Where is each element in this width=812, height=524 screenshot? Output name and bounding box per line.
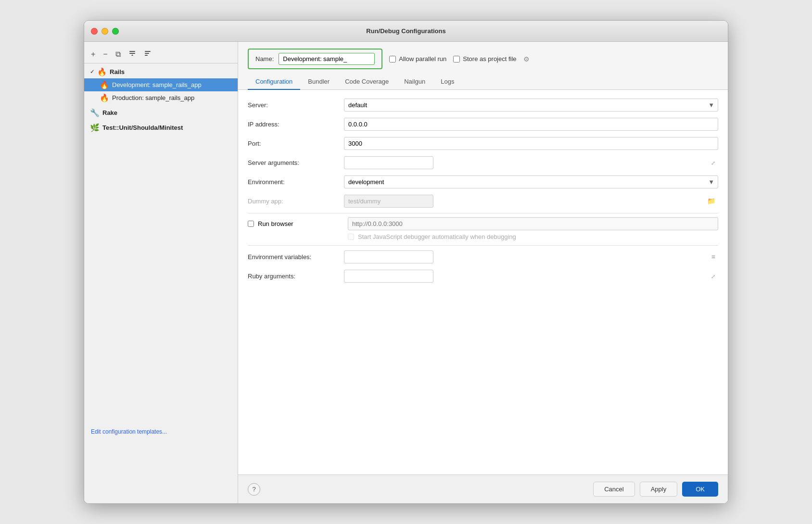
sidebar-item-label: Production: sample_rails_app xyxy=(112,94,194,101)
maximize-button[interactable] xyxy=(112,28,119,35)
env-vars-input[interactable] xyxy=(344,250,433,263)
sidebar-item-rake[interactable]: 🔧 Rake xyxy=(84,106,238,119)
server-args-wrapper: ⤢ xyxy=(344,156,718,169)
edit-templates-link[interactable]: Edit configuration templates... xyxy=(84,423,238,441)
environment-label: Environment: xyxy=(248,178,344,186)
config-area: Server: default ▼ IP address: Port: xyxy=(238,90,728,474)
server-label: Server: xyxy=(248,101,344,109)
port-row: Port: xyxy=(248,136,718,150)
add-config-button[interactable]: + xyxy=(89,49,97,60)
ip-label: IP address: xyxy=(248,121,344,128)
store-project-label[interactable]: Store as project file xyxy=(453,55,516,62)
right-panel: Name: Allow parallel run Store as projec… xyxy=(238,42,728,503)
titlebar: Run/Debug Configurations xyxy=(84,21,728,42)
sidebar: + − ⧉ ✓ 🔥 Rails 🔥 Development: sample_ra… xyxy=(84,42,238,503)
run-browser-label: Run browser xyxy=(258,220,293,227)
name-row: Name: Allow parallel run Store as projec… xyxy=(238,42,728,74)
environment-select[interactable]: development xyxy=(344,175,718,188)
footer-left: ? xyxy=(248,483,260,496)
environment-row: Environment: development ▼ xyxy=(248,175,718,189)
browser-url-input[interactable] xyxy=(348,217,718,230)
run-browser-checkbox[interactable] xyxy=(248,221,254,227)
sidebar-item-label: Development: sample_rails_app xyxy=(112,81,202,88)
ruby-args-wrapper: ⤢ xyxy=(344,270,718,283)
allow-parallel-checkbox[interactable] xyxy=(389,56,396,62)
copy-config-button[interactable]: ⧉ xyxy=(114,49,123,60)
server-args-input[interactable] xyxy=(344,156,433,169)
cancel-button[interactable]: Cancel xyxy=(593,482,634,497)
prod-rails-icon: 🔥 xyxy=(100,93,109,102)
dummy-app-wrapper: 📁 xyxy=(344,195,718,208)
name-label: Name: xyxy=(255,55,274,62)
svg-marker-2 xyxy=(131,54,133,56)
rake-icon: 🔧 xyxy=(90,108,100,117)
help-button[interactable]: ? xyxy=(248,483,260,496)
gear-icon[interactable]: ⚙ xyxy=(523,55,530,63)
window-title: Run/Debug Configurations xyxy=(366,27,445,35)
sidebar-item-dev-sample[interactable]: 🔥 Development: sample_rails_app xyxy=(84,78,238,91)
sidebar-item-prod-sample[interactable]: 🔥 Production: sample_rails_app xyxy=(84,91,238,104)
tabs-bar: Configuration Bundler Code Coverage Nail… xyxy=(238,74,728,90)
env-vars-wrapper: ≡ xyxy=(344,250,718,263)
env-vars-row: Environment variables: ≡ xyxy=(248,250,718,264)
rails-icon: 🔥 xyxy=(97,67,107,76)
sidebar-item-test[interactable]: 🌿 Test::Unit/Shoulda/Minitest xyxy=(84,121,238,134)
sidebar-item-label: Rake xyxy=(102,109,117,116)
dummy-app-label: Dummy app: xyxy=(248,198,344,205)
ruby-args-input[interactable] xyxy=(344,270,433,283)
port-input[interactable] xyxy=(344,137,718,150)
store-project-checkbox[interactable] xyxy=(453,56,460,62)
server-select-wrapper: default ▼ xyxy=(344,99,718,112)
server-row: Server: default ▼ xyxy=(248,98,718,112)
ok-button[interactable]: OK xyxy=(682,482,718,497)
apply-button[interactable]: Apply xyxy=(640,482,678,497)
sidebar-item-label: Test::Unit/Shoulda/Minitest xyxy=(102,124,183,131)
allow-parallel-label[interactable]: Allow parallel run xyxy=(389,55,446,62)
server-args-label: Server arguments: xyxy=(248,159,344,166)
footer: ? Cancel Apply OK xyxy=(238,474,728,503)
js-debugger-label[interactable]: Start JavaScript debugger automatically … xyxy=(348,233,516,240)
name-box: Name: xyxy=(248,49,382,69)
test-icon: 🌿 xyxy=(90,123,100,132)
env-vars-label: Environment variables: xyxy=(248,253,344,261)
sidebar-item-label: Rails xyxy=(110,68,125,75)
port-label: Port: xyxy=(248,140,344,147)
folder-icon: 📁 xyxy=(707,197,715,205)
minimize-button[interactable] xyxy=(102,28,108,35)
tab-configuration[interactable]: Configuration xyxy=(248,74,300,90)
remove-config-button[interactable]: − xyxy=(101,49,109,60)
run-browser-row: Run browser xyxy=(248,217,718,230)
window-controls xyxy=(91,28,119,35)
ip-input[interactable] xyxy=(344,118,718,131)
environment-select-wrapper: development ▼ xyxy=(344,175,718,188)
section-divider-2 xyxy=(248,245,718,246)
js-debugger-checkbox[interactable] xyxy=(348,234,354,240)
svg-rect-1 xyxy=(129,53,135,54)
sort-config-button[interactable] xyxy=(142,49,153,60)
svg-rect-5 xyxy=(145,55,148,56)
ruby-args-row: Ruby arguments: ⤢ xyxy=(248,269,718,283)
dummy-app-row: Dummy app: 📁 xyxy=(248,194,718,208)
tab-nailgun[interactable]: Nailgun xyxy=(396,74,433,90)
dummy-app-input xyxy=(344,195,433,208)
dev-rails-icon: 🔥 xyxy=(100,80,109,89)
tab-logs[interactable]: Logs xyxy=(433,74,462,90)
name-input[interactable] xyxy=(279,53,375,65)
server-args-row: Server arguments: ⤢ xyxy=(248,155,718,170)
js-debugger-row: Start JavaScript debugger automatically … xyxy=(248,233,718,240)
server-select[interactable]: default xyxy=(344,99,718,112)
ruby-expand-icon: ⤢ xyxy=(711,274,715,280)
move-config-button[interactable] xyxy=(127,49,138,60)
svg-rect-4 xyxy=(145,53,149,54)
run-browser-checkbox-wrap: Run browser xyxy=(248,220,344,227)
main-window: Run/Debug Configurations + − ⧉ ✓ 🔥 Rails xyxy=(84,20,728,504)
sidebar-item-rails[interactable]: ✓ 🔥 Rails xyxy=(84,65,238,78)
svg-rect-0 xyxy=(129,51,135,52)
footer-right: Cancel Apply OK xyxy=(593,482,718,497)
close-button[interactable] xyxy=(91,28,98,35)
env-vars-icon[interactable]: ≡ xyxy=(711,253,715,261)
sidebar-toolbar: + − ⧉ xyxy=(84,46,238,63)
tab-code-coverage[interactable]: Code Coverage xyxy=(337,74,396,90)
tab-bundler[interactable]: Bundler xyxy=(300,74,337,90)
ip-row: IP address: xyxy=(248,117,718,131)
